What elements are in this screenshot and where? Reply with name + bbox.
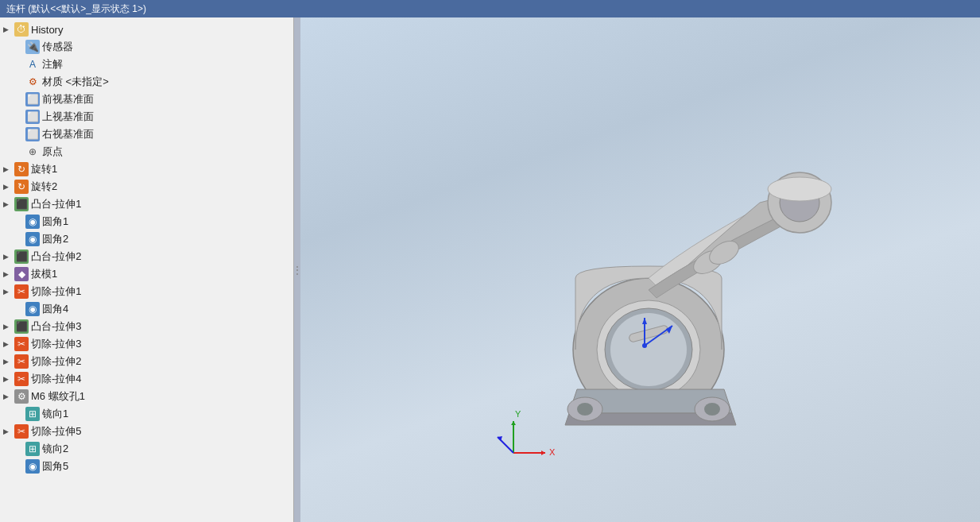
tree-item-top-plane[interactable]: ⬜上视基准面 xyxy=(0,108,293,126)
svg-point-3 xyxy=(610,313,687,386)
tree-label-mirror2: 镜向2 xyxy=(42,442,68,456)
tree-label-top-plane: 上视基准面 xyxy=(42,110,94,124)
tree-label-cut-extrude4: 切除-拉伸4 xyxy=(31,372,82,386)
revolve-icon: ↻ xyxy=(14,162,29,176)
tree-label-fillet1: 圆角1 xyxy=(42,215,68,229)
tree-item-right-plane[interactable]: ⬜右视基准面 xyxy=(0,126,293,143)
expand-arrow-boss-extrude2[interactable]: ▶ xyxy=(3,253,14,261)
sensor-icon: 🔌 xyxy=(25,40,40,54)
tree-item-note[interactable]: A注解 xyxy=(0,56,293,73)
tree-item-cut-extrude5[interactable]: ▶✂切除-拉伸5 xyxy=(0,423,293,440)
tree-item-boss-extrude2[interactable]: ▶⬛凸台-拉伸2 xyxy=(0,248,293,265)
3d-model: X Y xyxy=(450,79,927,461)
tree-label-mirror1: 镜向1 xyxy=(42,407,68,421)
title-text: 连杆 (默认<<默认>_显示状态 1>) xyxy=(6,2,146,16)
history-icon: ⏱ xyxy=(14,22,29,37)
tree-label-fillet4: 圆角4 xyxy=(42,302,68,316)
expand-arrow-revolve2[interactable]: ▶ xyxy=(3,183,14,191)
tree-item-mirror2[interactable]: ⊞镜向2 xyxy=(0,440,293,458)
plane-icon: ⬜ xyxy=(25,127,40,141)
plane-icon: ⬜ xyxy=(25,92,40,106)
tree-item-fillet2[interactable]: ◉圆角2 xyxy=(0,230,293,248)
expand-arrow-cut-extrude3[interactable]: ▶ xyxy=(3,340,14,348)
tree-item-sensor[interactable]: 🔌传感器 xyxy=(0,38,293,56)
fillet-icon: ◉ xyxy=(25,232,40,246)
tree-item-draft1[interactable]: ▶◆拔模1 xyxy=(0,265,293,283)
tree-item-cut-extrude2[interactable]: ▶✂切除-拉伸2 xyxy=(0,353,293,370)
tree-item-front-plane[interactable]: ⬜前视基准面 xyxy=(0,91,293,108)
tree-item-revolve2[interactable]: ▶↻旋转2 xyxy=(0,178,293,195)
fillet-icon: ◉ xyxy=(25,302,40,316)
origin-icon: ⊕ xyxy=(25,145,40,159)
tree-item-cut-extrude4[interactable]: ▶✂切除-拉伸4 xyxy=(0,370,293,388)
boss-icon: ⬛ xyxy=(14,197,29,211)
tree-label-fillet5: 圆角5 xyxy=(42,459,68,474)
tree-item-boss-extrude3[interactable]: ▶⬛凸台-拉伸3 xyxy=(0,318,293,335)
cut-icon: ✂ xyxy=(14,284,29,299)
tree-item-material[interactable]: ⚙材质 <未指定> xyxy=(0,73,293,91)
tree-label-boss-extrude3: 凸台-拉伸3 xyxy=(31,319,82,334)
tree-label-history: History xyxy=(31,24,63,36)
tree-label-note: 注解 xyxy=(42,57,63,72)
tree-item-mirror1[interactable]: ⊞镜向1 xyxy=(0,405,293,423)
tree-item-fillet4[interactable]: ◉圆角4 xyxy=(0,300,293,318)
cut-icon: ✂ xyxy=(14,337,29,351)
tree-label-fillet2: 圆角2 xyxy=(42,232,68,246)
svg-text:Y: Y xyxy=(515,409,521,419)
tree-label-draft1: 拔模1 xyxy=(31,267,57,281)
expand-arrow-history[interactable]: ▶ xyxy=(3,25,14,33)
tree-label-sensor: 传感器 xyxy=(42,40,73,54)
material-icon: ⚙ xyxy=(25,75,40,89)
tree-label-origin: 原点 xyxy=(42,145,63,159)
panel-divider[interactable] xyxy=(294,17,300,522)
tree-item-hole1[interactable]: ▶⚙M6 螺纹孔1 xyxy=(0,388,293,405)
svg-point-5 xyxy=(577,403,593,416)
tree-item-history[interactable]: ▶⏱History xyxy=(0,21,293,38)
viewport: X Y xyxy=(300,17,980,522)
tree-item-origin[interactable]: ⊕原点 xyxy=(0,143,293,160)
feature-tree-panel[interactable]: ▶⏱History🔌传感器A注解⚙材质 <未指定>⬜前视基准面⬜上视基准面⬜右视… xyxy=(0,17,294,522)
expand-arrow-cut-extrude2[interactable]: ▶ xyxy=(3,358,14,365)
tree-label-boss-extrude2: 凸台-拉伸2 xyxy=(31,249,82,264)
tree-label-front-plane: 前视基准面 xyxy=(42,92,94,106)
expand-arrow-revolve1[interactable]: ▶ xyxy=(3,165,14,173)
main-content: ▶⏱History🔌传感器A注解⚙材质 <未指定>⬜前视基准面⬜上视基准面⬜右视… xyxy=(0,17,980,522)
svg-marker-15 xyxy=(541,450,545,455)
tree-item-cut-extrude1[interactable]: ▶✂切除-拉伸1 xyxy=(0,283,293,300)
tree-item-fillet1[interactable]: ◉圆角1 xyxy=(0,213,293,230)
tree-label-cut-extrude1: 切除-拉伸1 xyxy=(31,284,82,299)
svg-point-26 xyxy=(642,343,647,348)
tree-label-hole1: M6 螺纹孔1 xyxy=(31,389,85,404)
fillet-icon: ◉ xyxy=(25,459,40,474)
expand-arrow-cut-extrude1[interactable]: ▶ xyxy=(3,288,14,296)
tree-label-right-plane: 右视基准面 xyxy=(42,127,94,141)
hole-icon: ⚙ xyxy=(14,389,29,404)
tree-item-revolve1[interactable]: ▶↻旋转1 xyxy=(0,160,293,178)
tree-item-boss-extrude1[interactable]: ▶⬛凸台-拉伸1 xyxy=(0,195,293,213)
boss-icon: ⬛ xyxy=(14,319,29,334)
note-icon: A xyxy=(25,57,40,72)
tree-item-fillet5[interactable]: ◉圆角5 xyxy=(0,458,293,475)
fillet-icon: ◉ xyxy=(25,215,40,229)
tree-label-cut-extrude2: 切除-拉伸2 xyxy=(31,354,82,369)
svg-marker-17 xyxy=(511,421,516,425)
revolve-icon: ↻ xyxy=(14,180,29,194)
expand-arrow-draft1[interactable]: ▶ xyxy=(3,270,14,278)
expand-arrow-cut-extrude5[interactable]: ▶ xyxy=(3,427,14,435)
cut-icon: ✂ xyxy=(14,354,29,369)
svg-text:X: X xyxy=(549,447,556,457)
cut-icon: ✂ xyxy=(14,372,29,386)
tree-item-cut-extrude3[interactable]: ▶✂切除-拉伸3 xyxy=(0,335,293,353)
tree-label-material: 材质 <未指定> xyxy=(42,75,109,89)
expand-arrow-boss-extrude3[interactable]: ▶ xyxy=(3,323,14,331)
expand-arrow-hole1[interactable]: ▶ xyxy=(3,392,14,400)
plane-icon: ⬜ xyxy=(25,110,40,124)
svg-point-7 xyxy=(704,403,720,416)
expand-arrow-cut-extrude4[interactable]: ▶ xyxy=(3,375,14,383)
draft-icon: ◆ xyxy=(14,267,29,281)
tree-label-revolve2: 旋转2 xyxy=(31,180,57,194)
tree-label-cut-extrude5: 切除-拉伸5 xyxy=(31,424,82,439)
expand-arrow-boss-extrude1[interactable]: ▶ xyxy=(3,200,14,208)
tree-label-boss-extrude1: 凸台-拉伸1 xyxy=(31,197,82,211)
mirror-icon: ⊞ xyxy=(25,442,40,456)
